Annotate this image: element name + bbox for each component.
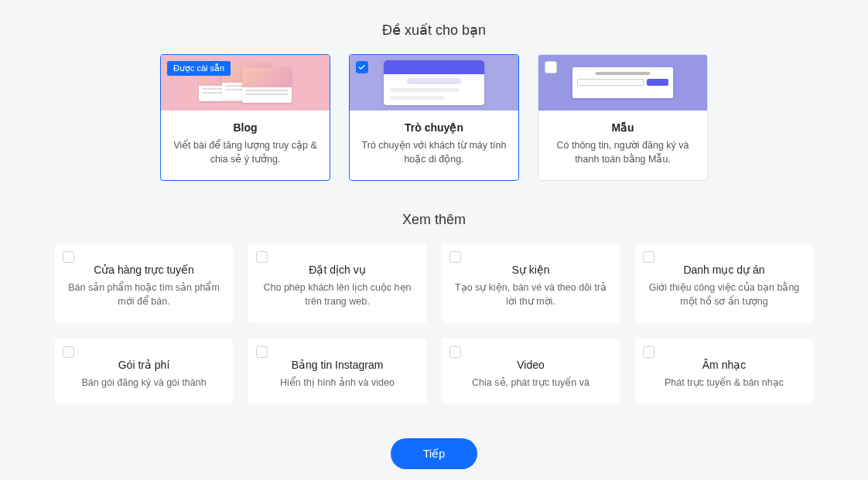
card-title: Gói trả phí	[66, 359, 222, 371]
card-title: Đặt dịch vụ	[259, 264, 415, 276]
card-description: Trò chuyện với khách từ máy tính hoặc di…	[359, 138, 509, 166]
card-title: Trò chuyện	[359, 121, 509, 134]
recommended-heading: Đề xuất cho bạn	[0, 22, 868, 39]
card-title: Danh mục dự án	[646, 264, 802, 276]
card-title: Bảng tin Instagram	[259, 359, 415, 371]
card-checkbox[interactable]	[256, 346, 268, 358]
card-checkbox[interactable]	[63, 251, 74, 263]
more-card-pricing-plans[interactable]: Gói trả phí Bán gói đăng ký và gói thành	[55, 339, 233, 403]
recommended-card-blog[interactable]: Được cài sẵn Blog Viết bài để tăng lượng…	[160, 54, 330, 181]
thumbnail-graphic	[384, 60, 484, 105]
card-description: Tạo sự kiện, bán vé và theo dõi trả lời …	[453, 281, 609, 308]
card-description: Giới thiệu công việc của bạn bằng một hồ…	[646, 281, 802, 308]
card-checkbox[interactable]	[256, 251, 268, 263]
more-card-events[interactable]: Sự kiện Tạo sự kiện, bán vé và theo dõi …	[442, 243, 620, 322]
card-title: Âm nhạc	[646, 359, 802, 371]
card-title: Sự kiện	[453, 264, 609, 276]
card-title: Blog	[170, 121, 320, 134]
thumbnail-graphic	[572, 67, 673, 98]
card-body: Blog Viết bài để tăng lượng truy cập & c…	[161, 111, 330, 180]
next-button[interactable]: Tiếp	[391, 438, 477, 469]
card-checkbox[interactable]	[643, 346, 654, 358]
card-checkbox[interactable]	[545, 61, 557, 73]
card-description: Phát trực tuyến & bán nhạc	[646, 376, 802, 390]
card-body: Trò chuyện Trò chuyện với khách từ máy t…	[350, 111, 518, 180]
installed-badge: Được cài sẵn	[167, 61, 231, 76]
content-area: Đề xuất cho bạn Được cài sẵn Blog Viết b…	[0, 0, 868, 480]
card-checkbox[interactable]	[449, 346, 461, 358]
more-card-instagram-feed[interactable]: Bảng tin Instagram Hiển thị hình ảnh và …	[248, 339, 426, 403]
card-thumbnail	[538, 55, 707, 111]
card-description: Viết bài để tăng lượng truy cập & chia s…	[170, 138, 320, 166]
card-checkbox[interactable]	[356, 61, 368, 73]
more-heading: Xem thêm	[0, 212, 868, 228]
card-checkbox[interactable]	[63, 346, 74, 358]
more-card-online-store[interactable]: Cửa hàng trực tuyến Bán sản phẩm hoặc tì…	[55, 243, 233, 322]
card-description: Có thông tin, người đăng ký và thanh toá…	[548, 138, 698, 166]
recommended-card-chat[interactable]: Trò chuyện Trò chuyện với khách từ máy t…	[349, 54, 519, 181]
card-description: Cho phép khách lên lịch cuộc hẹn trên tr…	[259, 281, 415, 308]
card-description: Bán sản phẩm hoặc tìm sản phẩm mới để bá…	[66, 281, 222, 308]
check-icon	[357, 62, 367, 73]
more-card-music[interactable]: Âm nhạc Phát trực tuyến & bán nhạc	[635, 339, 813, 403]
card-checkbox[interactable]	[449, 251, 461, 263]
card-description: Chia sẻ, phát trực tuyến và	[453, 376, 609, 390]
more-card-video[interactable]: Video Chia sẻ, phát trực tuyến và	[442, 339, 620, 403]
card-checkbox[interactable]	[643, 251, 654, 263]
more-card-bookings[interactable]: Đặt dịch vụ Cho phép khách lên lịch cuộc…	[248, 243, 426, 322]
card-thumbnail: Được cài sẵn	[161, 55, 330, 111]
recommended-card-forms[interactable]: Mẫu Có thông tin, người đăng ký và thanh…	[538, 54, 708, 181]
recommended-row: Được cài sẵn Blog Viết bài để tăng lượng…	[0, 54, 868, 181]
card-thumbnail	[350, 55, 518, 111]
card-description: Bán gói đăng ký và gói thành	[66, 376, 222, 390]
more-card-portfolio[interactable]: Danh mục dự án Giới thiệu công việc của …	[635, 243, 813, 322]
card-description: Hiển thị hình ảnh và video	[259, 376, 415, 390]
card-title: Video	[453, 359, 609, 371]
card-title: Cửa hàng trực tuyến	[66, 264, 222, 276]
more-grid: Cửa hàng trực tuyến Bán sản phẩm hoặc tì…	[0, 243, 868, 403]
card-body: Mẫu Có thông tin, người đăng ký và thanh…	[538, 111, 707, 180]
card-title: Mẫu	[548, 121, 698, 134]
